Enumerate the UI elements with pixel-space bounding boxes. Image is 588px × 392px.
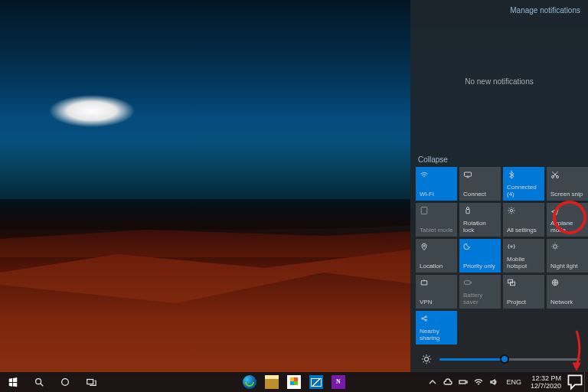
tile-priority-only[interactable]: Priority only <box>459 239 501 273</box>
svg-point-5 <box>510 209 512 211</box>
svg-rect-19 <box>87 380 93 384</box>
cortana-icon <box>60 377 70 387</box>
cortana-button[interactable] <box>52 372 78 392</box>
language-indicator[interactable]: ENG <box>501 378 526 386</box>
svg-rect-9 <box>465 281 471 285</box>
tile-label: Wi-Fi <box>420 191 453 198</box>
start-button[interactable] <box>0 372 26 392</box>
collapse-link[interactable]: Collapse <box>410 151 588 167</box>
tile-label: All settings <box>507 227 541 234</box>
tile-project[interactable]: Project <box>503 275 544 309</box>
svg-point-6 <box>423 245 425 247</box>
tile-label: Screen snip <box>550 191 584 198</box>
no-notifications-text: No new notifications <box>410 21 588 151</box>
svg-point-8 <box>554 245 557 249</box>
battery-icon <box>459 377 468 387</box>
tile-label: Battery saver <box>463 292 497 305</box>
brightness-slider[interactable] <box>410 349 588 372</box>
onenote-icon: N <box>332 375 345 389</box>
tile-bluetooth[interactable]: Connected (4) <box>503 167 544 201</box>
tile-connect[interactable]: Connect <box>459 167 501 201</box>
tray-network[interactable] <box>471 372 486 392</box>
tile-network[interactable]: Network <box>547 275 588 309</box>
manage-notifications-link[interactable]: Manage notifications <box>510 6 580 15</box>
tile-label: Project <box>507 299 541 305</box>
mail-icon <box>309 375 323 389</box>
network-icon <box>550 278 560 287</box>
tile-wifi[interactable]: Wi-Fi <box>416 167 457 201</box>
taskbar-app-explorer[interactable] <box>262 374 282 390</box>
svg-rect-4 <box>466 210 470 214</box>
project-icon <box>507 278 516 287</box>
tile-label: Night light <box>550 263 584 270</box>
svg-point-18 <box>62 379 69 386</box>
tile-label: Location <box>420 263 453 270</box>
search-icon <box>34 377 44 387</box>
tile-label: Connect <box>463 191 497 198</box>
taskbar: N ENG 12:32 PM 12/7/2020 <box>0 372 588 392</box>
tray-volume[interactable] <box>486 372 501 392</box>
clock-date: 12/7/2020 <box>531 382 561 390</box>
action-center-panel: Manage notifications No new notification… <box>410 0 588 372</box>
taskbar-pinned-apps: N <box>240 374 348 390</box>
brightness-icon <box>421 354 432 364</box>
brightness-thumb[interactable] <box>500 354 509 364</box>
location-icon <box>420 242 429 251</box>
tablet-icon <box>420 206 429 215</box>
svg-point-17 <box>36 379 41 384</box>
svg-point-16 <box>424 357 428 361</box>
notification-icon <box>566 373 584 391</box>
search-button[interactable] <box>26 372 52 392</box>
night-light-icon <box>550 242 560 251</box>
edge-icon <box>243 375 256 389</box>
tile-battery-saver[interactable]: Battery saver <box>459 275 501 309</box>
tray-onedrive[interactable] <box>440 372 456 392</box>
wifi-icon <box>420 170 429 179</box>
vpn-icon <box>420 278 429 287</box>
scissors-icon <box>550 170 560 179</box>
store-icon <box>287 375 301 389</box>
task-view-button[interactable] <box>78 372 104 392</box>
action-center-button[interactable] <box>566 372 584 392</box>
tile-label: Rotation lock <box>463 220 497 234</box>
tile-label: Network <box>550 299 584 305</box>
taskbar-app-store[interactable] <box>284 374 304 390</box>
svg-rect-3 <box>421 207 427 214</box>
clock-time: 12:32 PM <box>531 374 561 382</box>
tray-overflow[interactable] <box>425 372 440 392</box>
tile-label: Tablet mode <box>420 227 453 234</box>
tile-tablet-mode[interactable]: Tablet mode <box>416 203 457 237</box>
tile-label: VPN <box>420 299 453 305</box>
tile-location[interactable]: Location <box>416 239 457 273</box>
task-view-icon <box>86 377 96 387</box>
taskbar-clock[interactable]: 12:32 PM 12/7/2020 <box>526 374 566 390</box>
brightness-track[interactable] <box>439 358 580 361</box>
nearby-sharing-icon <box>420 314 429 323</box>
tile-rotation-lock[interactable]: Rotation lock <box>459 203 501 237</box>
svg-point-7 <box>511 246 512 247</box>
gear-icon <box>507 206 516 215</box>
hotspot-icon <box>507 242 516 251</box>
show-desktop-button[interactable] <box>584 372 588 392</box>
taskbar-app-mail[interactable] <box>306 374 326 390</box>
tray-battery[interactable] <box>456 372 471 392</box>
folder-icon <box>265 375 279 389</box>
tile-airplane-mode[interactable]: Airplane mode <box>547 203 588 237</box>
bluetooth-icon <box>507 170 516 179</box>
tile-nearby-sharing[interactable]: Nearby sharing <box>416 311 457 345</box>
windows-icon <box>8 377 18 387</box>
tile-mobile-hotspot[interactable]: Mobile hotspot <box>503 239 544 273</box>
tile-screen-snip[interactable]: Screen snip <box>547 167 588 201</box>
tile-label: Priority only <box>463 263 497 270</box>
chevron-up-icon <box>428 377 437 387</box>
airplane-icon <box>550 206 560 215</box>
taskbar-app-onenote[interactable]: N <box>328 374 348 390</box>
tile-label: Airplane mode <box>550 220 584 234</box>
svg-rect-0 <box>465 172 472 176</box>
tile-label: Mobile hotspot <box>507 256 541 270</box>
tile-all-settings[interactable]: All settings <box>503 203 544 237</box>
taskbar-app-edge[interactable] <box>240 374 260 390</box>
tile-vpn[interactable]: VPN <box>416 275 457 309</box>
tile-night-light[interactable]: Night light <box>547 239 588 273</box>
tile-label: Nearby sharing <box>420 328 453 341</box>
